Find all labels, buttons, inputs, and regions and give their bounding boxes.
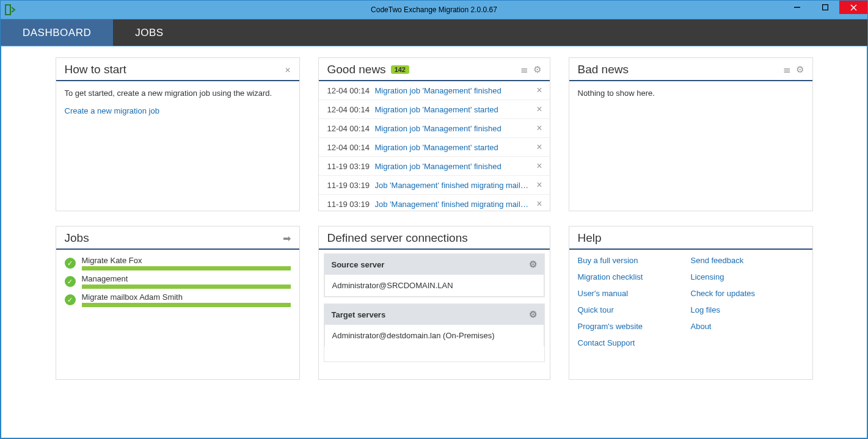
help-link[interactable]: Contact Support [578,338,691,347]
howto-text: To get started, create a new migration j… [65,89,291,98]
news-dismiss-icon[interactable] [534,142,544,153]
goodnews-settings-icon[interactable] [533,64,541,75]
goodnews-count-badge: 142 [391,65,409,74]
source-server-gear-icon[interactable] [529,259,537,270]
help-link[interactable]: Check for updates [691,289,804,298]
news-row[interactable]: 11-19 03:19Migration job 'Management' fi… [319,157,550,176]
job-row[interactable]: ✓Management [65,272,291,290]
help-link[interactable]: Send feedback [691,256,804,265]
card-jobs: Jobs ✓Migrate Kate Fox✓Management✓Migrat… [56,226,300,380]
news-message-link[interactable]: Migration job 'Management' finished [375,86,534,95]
job-progress-bar [82,266,291,270]
source-server-header: Source server [332,260,385,269]
help-link[interactable]: Licensing [691,272,804,281]
card-good-news: Good news 142 12-04 00:14Migration job '… [318,57,550,211]
news-row[interactable]: 12-04 00:14Migration job 'Management' st… [319,100,550,119]
news-dismiss-icon[interactable] [534,123,544,134]
target-server-header: Target servers [332,310,386,319]
source-server-box: Source server Administrator@SRCDOMAIN.LA… [324,253,545,297]
help-link[interactable]: Log files [691,305,804,314]
news-dismiss-icon[interactable] [534,85,544,96]
news-dismiss-icon[interactable] [534,161,544,172]
titlebar[interactable]: CodeTwo Exchange Migration 2.0.0.67 [1,1,867,19]
navbar: DASHBOARD JOBS [1,19,867,46]
job-row[interactable]: ✓Migrate mailbox Adam Smith [65,290,291,308]
content-area: How to start To get started, create a ne… [1,46,867,438]
job-status-ok-icon: ✓ [65,258,76,269]
help-link[interactable]: About [691,322,804,331]
howto-close-icon[interactable] [285,65,291,74]
jobs-title: Jobs [65,231,89,245]
news-time: 12-04 00:14 [327,143,375,152]
news-row[interactable]: 12-04 00:14Migration job 'Management' fi… [319,81,550,100]
job-progress-bar [82,285,291,289]
help-link[interactable]: Quick tour [578,305,691,314]
jobs-list: ✓Migrate Kate Fox✓Management✓Migrate mai… [56,250,299,312]
news-row[interactable]: 12-04 00:14Migration job 'Management' fi… [319,119,550,138]
badnews-list-icon[interactable] [783,64,791,75]
card-servers: Defined server connections Source server… [318,226,550,380]
news-message-link[interactable]: Migration job 'Management' started [375,105,534,114]
card-how-to-start: How to start To get started, create a ne… [56,57,300,211]
job-name: Management [82,274,291,283]
job-name: Migrate mailbox Adam Smith [82,292,291,302]
help-right-col: Send feedbackLicensingCheck for updatesL… [691,256,804,347]
app-window: CodeTwo Exchange Migration 2.0.0.67 DASH… [0,0,868,439]
job-status-ok-icon: ✓ [65,294,76,305]
job-name: Migrate Kate Fox [82,256,291,265]
news-dismiss-icon[interactable] [534,198,544,209]
help-link[interactable]: Program's website [578,322,691,331]
goodnews-list-icon[interactable] [520,64,528,75]
tab-jobs[interactable]: JOBS [113,20,185,46]
source-server-value[interactable]: Administrator@SRCDOMAIN.LAN [324,275,544,297]
close-button[interactable] [839,1,867,14]
news-time: 12-04 00:14 [327,86,375,95]
help-link[interactable]: Buy a full version [578,256,691,265]
card-bad-news: Bad news Nothing to show here. [569,57,813,211]
help-left-col: Buy a full versionMigration checklistUse… [578,256,691,347]
news-time: 12-04 00:14 [327,105,375,114]
minimize-button[interactable] [783,1,811,14]
news-message-link[interactable]: Job 'Management' finished migrating mail… [375,200,534,209]
window-controls [783,1,867,14]
svg-rect-2 [823,5,828,10]
news-row[interactable]: 12-04 00:14Migration job 'Management' st… [319,138,550,157]
help-link[interactable]: Migration checklist [578,272,691,281]
job-row[interactable]: ✓Migrate Kate Fox [65,253,291,272]
goodnews-title: Good news [327,63,386,76]
news-time: 12-04 00:14 [327,124,375,133]
news-time: 11-19 03:19 [327,181,375,190]
news-message-link[interactable]: Migration job 'Management' started [375,143,534,152]
goodnews-list[interactable]: 12-04 00:14Migration job 'Management' fi… [319,81,550,209]
news-dismiss-icon[interactable] [534,180,544,190]
jobs-goto-icon[interactable] [283,233,291,244]
news-row[interactable]: 11-19 03:19Job 'Management' finished mig… [319,176,550,195]
tab-dashboard[interactable]: DASHBOARD [1,20,113,46]
window-title: CodeTwo Exchange Migration 2.0.0.67 [1,5,867,14]
news-time: 11-19 03:19 [327,200,375,209]
badnews-settings-icon[interactable] [796,64,804,75]
help-title: Help [578,231,602,245]
badnews-title: Bad news [578,63,629,76]
job-progress-bar [82,303,291,307]
news-dismiss-icon[interactable] [534,104,544,115]
news-message-link[interactable]: Migration job 'Management' finished [375,124,534,133]
news-message-link[interactable]: Job 'Management' finished migrating mail… [375,181,534,190]
news-row[interactable]: 11-19 03:19Job 'Management' finished mig… [319,195,550,209]
target-server-box: Target servers Administrator@destdomain.… [324,303,545,362]
job-status-ok-icon: ✓ [65,276,76,287]
badnews-empty-text: Nothing to show here. [578,89,804,98]
target-server-gear-icon[interactable] [529,309,537,320]
help-link[interactable]: User's manual [578,289,691,298]
news-message-link[interactable]: Migration job 'Management' finished [375,162,534,171]
news-time: 11-19 03:19 [327,162,375,171]
create-job-link[interactable]: Create a new migration job [65,106,159,115]
maximize-button[interactable] [811,1,839,14]
card-help: Help Buy a full versionMigration checkli… [569,226,813,380]
servers-title: Defined server connections [327,231,468,245]
howto-title: How to start [65,63,126,76]
target-server-value[interactable]: Administrator@destdomain.lan (On-Premise… [324,325,544,346]
